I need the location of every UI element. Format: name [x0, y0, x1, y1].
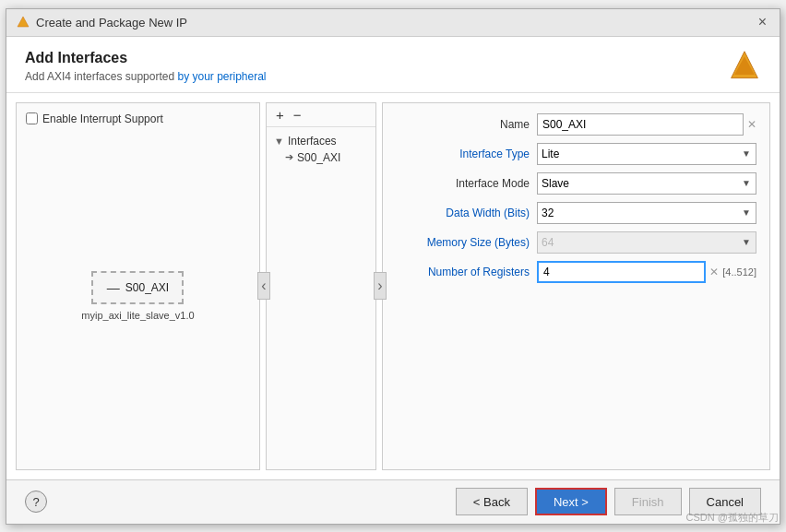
- back-button[interactable]: < Back: [456, 488, 528, 515]
- title-bar-left: Create and Package New IP: [16, 15, 187, 30]
- ip-block-area: — S00_AXI myip_axi_lite_slave_v1.0: [81, 133, 194, 460]
- add-interface-button[interactable]: +: [274, 107, 286, 123]
- svg-marker-0: [18, 17, 29, 27]
- collapse-left-arrow[interactable]: ‹: [257, 272, 270, 300]
- interface-type-select[interactable]: Lite Full Stream: [537, 143, 756, 165]
- memory-size-label: Memory Size (Bytes): [396, 236, 530, 249]
- page-description: Add AXI4 interfaces supported by your pe…: [25, 70, 267, 83]
- left-panel: Enable Interrupt Support — S00_AXI myip_…: [16, 102, 260, 470]
- interface-mode-select[interactable]: Slave Master: [537, 172, 756, 195]
- interface-tree: ▼ Interfaces ➔ S00_AXI: [267, 127, 375, 469]
- ip-block-label: myip_axi_lite_slave_v1.0: [81, 310, 194, 321]
- num-registers-range: [4..512]: [722, 266, 756, 278]
- help-button[interactable]: ?: [25, 491, 47, 513]
- ip-block: — S00_AXI: [91, 271, 184, 304]
- close-button[interactable]: ×: [755, 14, 770, 30]
- enable-interrupt-label: Enable Interrupt Support: [42, 112, 163, 125]
- vivado-small-icon: [16, 15, 30, 30]
- header-text: Add Interfaces Add AXI4 interfaces suppo…: [25, 50, 267, 83]
- tree-child-label: S00_AXI: [297, 151, 340, 164]
- right-panel: Name ✕ Interface Type Lite Full Stream ▼: [382, 102, 770, 470]
- interface-mode-select-wrap: Slave Master ▼: [537, 172, 756, 195]
- interface-icon: ➔: [285, 151, 293, 163]
- num-registers-input-wrap: ✕ [4..512]: [537, 261, 756, 283]
- interface-mode-row: Interface Mode Slave Master ▼: [396, 171, 756, 195]
- middle-toolbar: + −: [267, 103, 375, 127]
- finish-button[interactable]: Finish: [614, 488, 682, 515]
- data-width-select-wrap: 32 64 ▼: [537, 202, 756, 224]
- enable-interrupt-checkbox[interactable]: [26, 112, 38, 124]
- dialog: Create and Package New IP × Add Interfac…: [6, 8, 780, 525]
- vivado-logo: [728, 50, 761, 83]
- page-heading: Add Interfaces: [25, 50, 267, 66]
- tree-child-item[interactable]: ➔ S00_AXI: [270, 149, 372, 166]
- name-input[interactable]: [537, 113, 744, 136]
- interface-type-row: Interface Type Lite Full Stream ▼: [396, 142, 756, 166]
- remove-interface-button[interactable]: −: [292, 107, 304, 123]
- memory-size-row: Memory Size (Bytes) 64 ▼: [396, 231, 756, 254]
- title-bar: Create and Package New IP ×: [6, 9, 780, 37]
- name-input-wrap: ✕: [537, 113, 756, 136]
- memory-size-select: 64: [537, 231, 756, 254]
- num-registers-clear-icon[interactable]: ✕: [709, 266, 719, 278]
- collapse-right-arrow[interactable]: ›: [374, 272, 387, 300]
- data-width-select[interactable]: 32 64: [537, 202, 756, 224]
- content-area: Enable Interrupt Support — S00_AXI myip_…: [6, 93, 780, 479]
- memory-size-select-wrap: 64 ▼: [537, 231, 756, 254]
- next-button[interactable]: Next >: [535, 488, 607, 515]
- tree-root-label: Interfaces: [288, 135, 337, 148]
- num-registers-label: Number of Registers: [396, 266, 530, 278]
- data-width-label: Data Width (Bits): [396, 207, 530, 219]
- name-label: Name: [396, 118, 530, 131]
- header-section: Add Interfaces Add AXI4 interfaces suppo…: [6, 37, 780, 93]
- footer: ? < Back Next > Finish Cancel: [6, 479, 780, 524]
- num-registers-row: Number of Registers ✕ [4..512]: [396, 260, 756, 284]
- watermark: CSDN @孤独的草刀: [686, 511, 779, 525]
- ip-block-name: S00_AXI: [125, 281, 169, 294]
- interface-type-select-wrap: Lite Full Stream ▼: [537, 143, 756, 165]
- data-width-row: Data Width (Bits) 32 64 ▼: [396, 201, 756, 225]
- interface-mode-label: Interface Mode: [396, 177, 530, 190]
- interface-type-label: Interface Type: [396, 148, 530, 160]
- num-registers-input[interactable]: [537, 261, 706, 283]
- name-clear-icon[interactable]: ✕: [747, 118, 756, 131]
- tree-root-icon: ▼: [274, 136, 284, 147]
- name-row: Name ✕: [396, 112, 756, 136]
- middle-panel: + − ▼ Interfaces ➔ S00_AXI ›: [266, 102, 376, 470]
- tree-root-item: ▼ Interfaces: [270, 133, 372, 149]
- dialog-title: Create and Package New IP: [36, 16, 187, 30]
- ip-block-minus: —: [107, 280, 120, 295]
- footer-left: ?: [25, 491, 47, 513]
- enable-interrupt-row: Enable Interrupt Support: [26, 112, 163, 125]
